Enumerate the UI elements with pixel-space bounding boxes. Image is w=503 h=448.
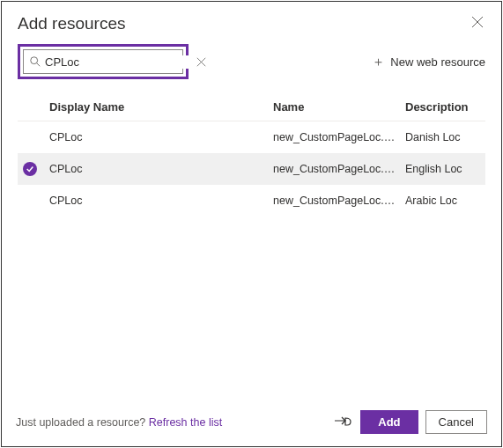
dialog-header: Add resources	[2, 2, 501, 39]
search-box[interactable]	[23, 49, 183, 74]
footer-hint: Just uploaded a resource? Refresh the li…	[16, 416, 222, 429]
table-row[interactable]: CPLoc new_CustomPageLoc.1030.r… Danish L…	[18, 121, 485, 153]
table-row[interactable]: CPLoc new_CustomPageLoc.1025.loc Arabic …	[18, 185, 485, 217]
cell-display-name: CPLoc	[49, 131, 273, 143]
add-resources-dialog: Add resources ＋ New web resource	[1, 1, 502, 447]
table-header-row: Display Name Name Description	[18, 93, 485, 121]
cell-description: Danish Loc	[405, 131, 485, 143]
dialog-title: Add resources	[18, 14, 126, 33]
cell-name: new_CustomPageLoc.1033.r…	[273, 163, 405, 175]
search-icon	[29, 55, 41, 68]
row-checkbox[interactable]	[18, 162, 49, 176]
cancel-button[interactable]: Cancel	[425, 410, 487, 434]
checkmark-icon	[23, 162, 37, 176]
pointing-hand-icon	[332, 413, 353, 431]
cell-name: new_CustomPageLoc.1030.r…	[273, 131, 405, 143]
column-header-name[interactable]: Name	[273, 100, 405, 114]
close-icon	[471, 18, 484, 31]
column-header-description[interactable]: Description	[405, 100, 485, 114]
clear-search-button[interactable]	[196, 57, 206, 67]
close-button[interactable]	[470, 14, 485, 33]
new-resource-label: New web resource	[390, 55, 485, 69]
toolbar: ＋ New web resource	[2, 39, 501, 93]
svg-line-3	[37, 63, 41, 67]
add-button[interactable]: Add	[360, 410, 418, 434]
search-input[interactable]	[41, 55, 196, 69]
footer-actions: Add Cancel	[332, 410, 487, 434]
svg-point-2	[31, 57, 38, 64]
cell-display-name: CPLoc	[49, 163, 273, 175]
footer-prompt-text: Just uploaded a resource?	[16, 416, 149, 429]
search-highlight	[18, 44, 189, 79]
refresh-list-link[interactable]: Refresh the list	[149, 416, 222, 429]
new-web-resource-button[interactable]: ＋ New web resource	[372, 54, 485, 70]
cell-description: Arabic Loc	[405, 195, 485, 207]
resources-table: Display Name Name Description CPLoc new_…	[2, 93, 501, 400]
table-row[interactable]: CPLoc new_CustomPageLoc.1033.r… English …	[18, 153, 485, 185]
column-header-display-name[interactable]: Display Name	[49, 100, 273, 114]
cell-name: new_CustomPageLoc.1025.loc	[273, 195, 405, 207]
cell-description: English Loc	[405, 163, 485, 175]
cell-display-name: CPLoc	[49, 195, 273, 207]
plus-icon: ＋	[372, 54, 385, 70]
dialog-footer: Just uploaded a resource? Refresh the li…	[2, 400, 501, 446]
